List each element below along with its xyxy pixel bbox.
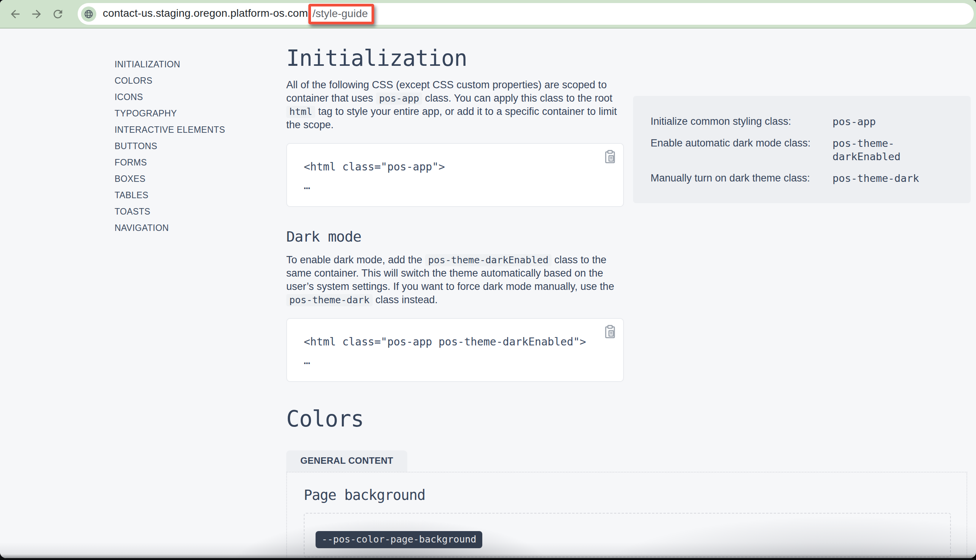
styleguide-sidebar: INITIALIZATION COLORS ICONS TYPOGRAPHY I… [115,56,225,236]
summary-value: pos-app [833,115,959,128]
url-text: contact-us.staging.oregon.platform-os.co… [103,4,374,24]
summary-label: Initialize common styling class: [651,115,833,128]
url-path: /style-guide [312,8,368,19]
globe-icon [84,9,93,19]
copy-button[interactable] [603,148,618,165]
code-line: <html class="pos-app pos-theme-darkEnabl… [304,335,606,348]
sidebar-item-buttons[interactable]: BUTTONS [115,138,225,155]
sidebar-item-colors[interactable]: COLORS [115,73,225,89]
initialization-title: Initialization [286,47,970,70]
colors-section: Colors GENERAL CONTENT Page background -… [286,407,970,558]
refresh-button[interactable] [47,3,68,25]
initialization-summary-panel: Initialize common styling class: pos-app… [633,96,971,203]
inline-code-pos-theme-darkenabled: pos-theme-darkEnabled [425,254,552,266]
code-line-ellipsis: … [304,354,606,367]
sidebar-item-toasts[interactable]: TOASTS [115,203,225,220]
intro-text-3: tag to style your entire app, or add it … [286,106,617,130]
colors-title: Colors [286,407,970,431]
browser-window: contact-us.staging.oregon.platform-os.co… [0,0,976,558]
annotation-highlight-box: /style-guide [308,4,374,24]
summary-label: Manually turn on dark theme class: [651,172,833,185]
sidebar-item-boxes[interactable]: BOXES [115,171,225,187]
inline-code-html: html [286,106,315,118]
sidebar-item-initialization[interactable]: INITIALIZATION [115,56,225,73]
sidebar-item-navigation[interactable]: NAVIGATION [115,220,225,236]
sidebar-item-typography[interactable]: TYPOGRAPHY [115,105,225,122]
dark-mode-paragraph: To enable dark mode, add the pos-theme-d… [286,253,623,307]
summary-value: pos-theme- darkEnabled [833,137,959,163]
intro-text-2: class. You can apply this class to the r… [422,92,612,104]
page-background-title: Page background [304,487,966,503]
code-block-pos-app: <html class="pos-app"> … [286,143,624,207]
site-favicon [81,7,96,22]
initialization-intro: All of the following CSS (except CSS cus… [286,78,623,132]
code-line: <html class="pos-app"> [304,160,606,173]
forward-arrow-icon [30,8,43,20]
summary-value: pos-theme-dark [833,172,959,185]
back-arrow-icon [9,8,22,20]
color-swatch-box: --pos-color-page-background [304,513,951,557]
url-host: contact-us.staging.oregon.platform-os.co… [103,7,308,19]
inline-code-pos-theme-dark: pos-theme-dark [286,294,373,306]
tab-general-content[interactable]: GENERAL CONTENT [286,450,407,472]
clipboard-copy-icon [604,150,617,164]
darkmode-text-1: To enable dark mode, add the [286,254,425,265]
page-content: INITIALIZATION COLORS ICONS TYPOGRAPHY I… [0,28,976,558]
forward-button[interactable] [26,3,47,25]
back-button[interactable] [5,3,26,25]
darkmode-text-3: class instead. [373,294,438,305]
sidebar-item-forms[interactable]: FORMS [115,155,225,171]
summary-label: Enable automatic dark mode class: [651,137,833,163]
address-bar[interactable]: contact-us.staging.oregon.platform-os.co… [78,3,974,25]
refresh-icon [52,8,64,20]
inline-code-pos-app: pos-app [376,92,422,105]
sidebar-list: INITIALIZATION COLORS ICONS TYPOGRAPHY I… [115,56,225,236]
copy-button[interactable] [603,323,618,340]
sidebar-item-interactive-elements[interactable]: INTERACTIVE ELEMENTS [115,122,225,138]
code-line-ellipsis: … [304,179,606,192]
css-variable-chip: --pos-color-page-background [315,531,482,548]
browser-toolbar: contact-us.staging.oregon.platform-os.co… [0,0,976,28]
colors-tab-panel: Page background --pos-color-page-backgro… [286,472,967,558]
dark-mode-title: Dark mode [286,228,970,245]
sidebar-item-tables[interactable]: TABLES [115,187,225,203]
code-block-dark-enabled: <html class="pos-app pos-theme-darkEnabl… [286,318,624,382]
sidebar-item-icons[interactable]: ICONS [115,89,225,105]
dark-mode-section: Dark mode To enable dark mode, add the p… [286,228,970,382]
clipboard-copy-icon [604,325,617,339]
